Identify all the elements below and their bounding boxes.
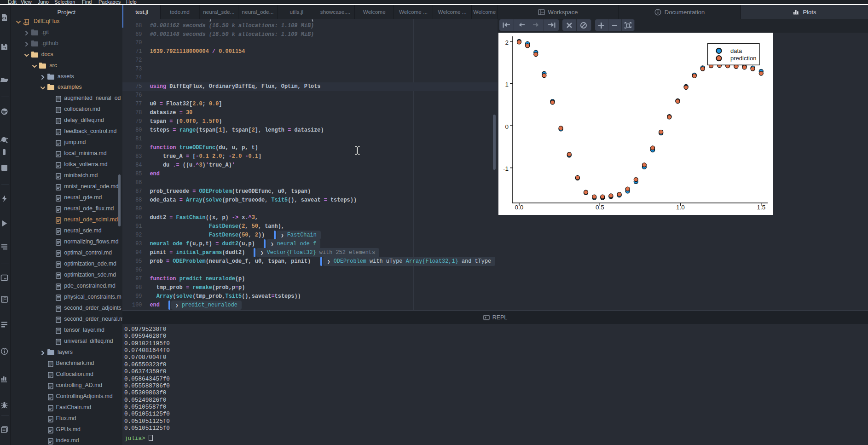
svg-text:0: 0: [505, 123, 509, 130]
svg-text:prediction: prediction: [730, 55, 756, 62]
svg-text:1.5: 1.5: [757, 204, 765, 211]
svg-text:0.5: 0.5: [596, 204, 604, 211]
svg-text:data: data: [730, 47, 742, 54]
svg-text:1: 1: [505, 81, 509, 88]
svg-text:1.0: 1.0: [676, 204, 685, 211]
svg-text:2: 2: [505, 39, 509, 46]
svg-text:-1: -1: [503, 165, 509, 172]
svg-text:0.0: 0.0: [515, 204, 524, 211]
